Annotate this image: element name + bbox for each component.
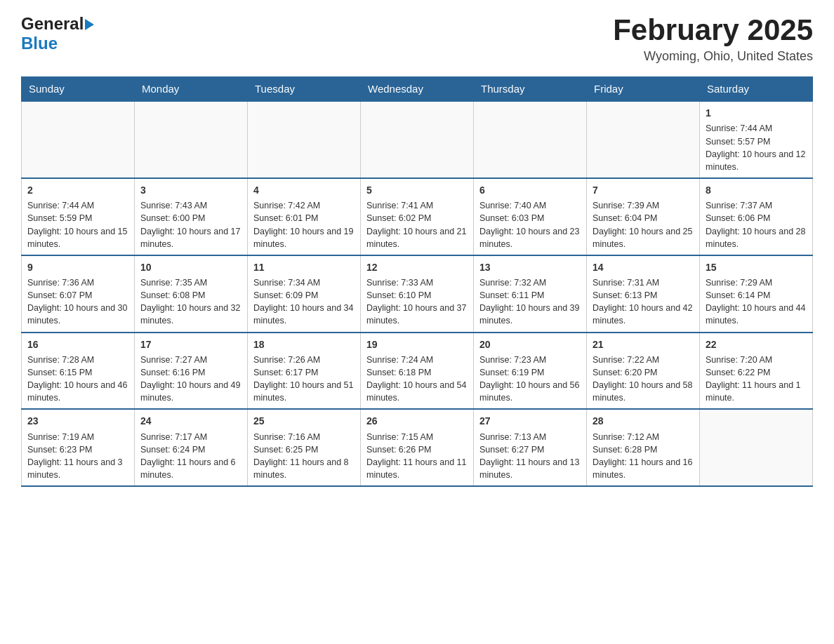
- day-header-wednesday: Wednesday: [361, 77, 474, 102]
- calendar-day-cell: [361, 101, 474, 178]
- daylight-text: Daylight: 10 hours and 44 minutes.: [706, 303, 805, 326]
- day-number: 24: [140, 414, 241, 428]
- calendar-day-cell: 12Sunrise: 7:33 AMSunset: 6:10 PMDayligh…: [361, 255, 474, 333]
- calendar-day-cell: 19Sunrise: 7:24 AMSunset: 6:18 PMDayligh…: [361, 333, 474, 410]
- calendar-day-cell: [474, 101, 587, 178]
- sunrise-text: Sunrise: 7:35 AM: [140, 278, 207, 288]
- daylight-text: Daylight: 10 hours and 37 minutes.: [366, 303, 466, 326]
- sunrise-text: Sunrise: 7:12 AM: [593, 432, 659, 442]
- daylight-text: Daylight: 10 hours and 46 minutes.: [27, 380, 127, 403]
- sunrise-text: Sunrise: 7:16 AM: [253, 432, 320, 442]
- sunset-text: Sunset: 6:22 PM: [706, 368, 770, 377]
- sunset-text: Sunset: 6:10 PM: [366, 290, 431, 300]
- sunrise-text: Sunrise: 7:13 AM: [479, 432, 546, 442]
- day-number: 13: [479, 260, 581, 274]
- logo-blue-text: Blue: [21, 34, 58, 53]
- sunrise-text: Sunrise: 7:36 AM: [27, 278, 94, 288]
- sunset-text: Sunset: 6:24 PM: [140, 445, 205, 455]
- daylight-text: Daylight: 10 hours and 54 minutes.: [366, 380, 466, 403]
- calendar-day-cell: 18Sunrise: 7:26 AMSunset: 6:17 PMDayligh…: [248, 333, 361, 410]
- calendar-day-cell: 22Sunrise: 7:20 AMSunset: 6:22 PMDayligh…: [700, 333, 813, 410]
- daylight-text: Daylight: 10 hours and 49 minutes.: [140, 380, 240, 403]
- calendar-day-cell: [587, 101, 700, 178]
- day-number: 8: [706, 183, 807, 197]
- day-header-saturday: Saturday: [700, 77, 813, 102]
- sunset-text: Sunset: 6:06 PM: [706, 213, 770, 223]
- calendar-week-row: 16Sunrise: 7:28 AMSunset: 6:15 PMDayligh…: [22, 333, 813, 410]
- sunset-text: Sunset: 5:57 PM: [706, 137, 770, 147]
- sunrise-text: Sunrise: 7:44 AM: [27, 201, 94, 210]
- day-number: 18: [253, 337, 355, 351]
- sunset-text: Sunset: 6:18 PM: [366, 368, 431, 377]
- calendar-day-cell: [135, 101, 248, 178]
- daylight-text: Daylight: 10 hours and 42 minutes.: [593, 303, 692, 326]
- daylight-text: Daylight: 10 hours and 12 minutes.: [706, 149, 805, 172]
- sunset-text: Sunset: 6:08 PM: [140, 290, 205, 300]
- daylight-text: Daylight: 11 hours and 6 minutes.: [140, 457, 236, 480]
- daylight-text: Daylight: 11 hours and 13 minutes.: [479, 457, 579, 480]
- calendar-week-row: 23Sunrise: 7:19 AMSunset: 6:23 PMDayligh…: [22, 409, 813, 486]
- sunset-text: Sunset: 6:26 PM: [366, 445, 431, 455]
- day-number: 16: [27, 337, 128, 351]
- day-number: 20: [479, 337, 581, 351]
- sunset-text: Sunset: 6:03 PM: [479, 213, 544, 223]
- daylight-text: Daylight: 10 hours and 32 minutes.: [140, 303, 240, 326]
- calendar-day-cell: 17Sunrise: 7:27 AMSunset: 6:16 PMDayligh…: [135, 333, 248, 410]
- sunrise-text: Sunrise: 7:42 AM: [253, 201, 320, 210]
- sunrise-text: Sunrise: 7:33 AM: [366, 278, 433, 288]
- calendar-day-cell: 11Sunrise: 7:34 AMSunset: 6:09 PMDayligh…: [248, 255, 361, 333]
- daylight-text: Daylight: 11 hours and 11 minutes.: [366, 457, 466, 480]
- daylight-text: Daylight: 10 hours and 30 minutes.: [27, 303, 127, 326]
- calendar-day-cell: 23Sunrise: 7:19 AMSunset: 6:23 PMDayligh…: [22, 409, 135, 486]
- day-number: 11: [253, 260, 355, 274]
- day-number: 15: [706, 260, 807, 274]
- sunset-text: Sunset: 6:20 PM: [593, 368, 657, 377]
- day-number: 7: [593, 183, 694, 197]
- sunset-text: Sunset: 6:11 PM: [479, 290, 544, 300]
- sunrise-text: Sunrise: 7:43 AM: [140, 201, 207, 210]
- sunrise-text: Sunrise: 7:22 AM: [593, 355, 659, 365]
- day-header-thursday: Thursday: [474, 77, 587, 102]
- logo: General Blue: [21, 14, 94, 53]
- sunset-text: Sunset: 6:02 PM: [366, 213, 431, 223]
- sunrise-text: Sunrise: 7:34 AM: [253, 278, 320, 288]
- calendar-day-cell: 24Sunrise: 7:17 AMSunset: 6:24 PMDayligh…: [135, 409, 248, 486]
- sunrise-text: Sunrise: 7:37 AM: [706, 201, 772, 210]
- calendar-day-cell: 26Sunrise: 7:15 AMSunset: 6:26 PMDayligh…: [361, 409, 474, 486]
- daylight-text: Daylight: 10 hours and 23 minutes.: [479, 227, 579, 249]
- sunrise-text: Sunrise: 7:23 AM: [479, 355, 546, 365]
- calendar-day-cell: 25Sunrise: 7:16 AMSunset: 6:25 PMDayligh…: [248, 409, 361, 486]
- sunset-text: Sunset: 6:19 PM: [479, 368, 544, 377]
- day-number: 14: [593, 260, 694, 274]
- sunrise-text: Sunrise: 7:20 AM: [706, 355, 772, 365]
- calendar-week-row: 1Sunrise: 7:44 AMSunset: 5:57 PMDaylight…: [22, 101, 813, 178]
- daylight-text: Daylight: 10 hours and 34 minutes.: [253, 303, 353, 326]
- day-header-tuesday: Tuesday: [248, 77, 361, 102]
- day-number: 6: [479, 183, 581, 197]
- day-number: 3: [140, 183, 241, 197]
- day-number: 2: [27, 183, 128, 197]
- sunrise-text: Sunrise: 7:28 AM: [27, 355, 94, 365]
- day-number: 1: [706, 106, 807, 120]
- sunrise-text: Sunrise: 7:40 AM: [479, 201, 546, 210]
- day-number: 19: [366, 337, 468, 351]
- sunrise-text: Sunrise: 7:27 AM: [140, 355, 207, 365]
- calendar-subtitle: Wyoming, Ohio, United States: [613, 49, 813, 64]
- calendar-day-cell: 28Sunrise: 7:12 AMSunset: 6:28 PMDayligh…: [587, 409, 700, 486]
- calendar-day-cell: 2Sunrise: 7:44 AMSunset: 5:59 PMDaylight…: [22, 178, 135, 255]
- daylight-text: Daylight: 10 hours and 56 minutes.: [479, 380, 579, 403]
- day-number: 23: [27, 414, 128, 428]
- sunset-text: Sunset: 6:00 PM: [140, 213, 205, 223]
- sunrise-text: Sunrise: 7:17 AM: [140, 432, 207, 442]
- sunset-text: Sunset: 6:04 PM: [593, 213, 657, 223]
- calendar-day-cell: 5Sunrise: 7:41 AMSunset: 6:02 PMDaylight…: [361, 178, 474, 255]
- day-header-friday: Friday: [587, 77, 700, 102]
- sunset-text: Sunset: 6:15 PM: [27, 368, 92, 377]
- day-number: 10: [140, 260, 241, 274]
- day-header-monday: Monday: [135, 77, 248, 102]
- calendar-day-cell: 4Sunrise: 7:42 AMSunset: 6:01 PMDaylight…: [248, 178, 361, 255]
- sunset-text: Sunset: 6:23 PM: [27, 445, 92, 455]
- daylight-text: Daylight: 10 hours and 39 minutes.: [479, 303, 579, 326]
- calendar-day-cell: 3Sunrise: 7:43 AMSunset: 6:00 PMDaylight…: [135, 178, 248, 255]
- sunset-text: Sunset: 6:14 PM: [706, 290, 770, 300]
